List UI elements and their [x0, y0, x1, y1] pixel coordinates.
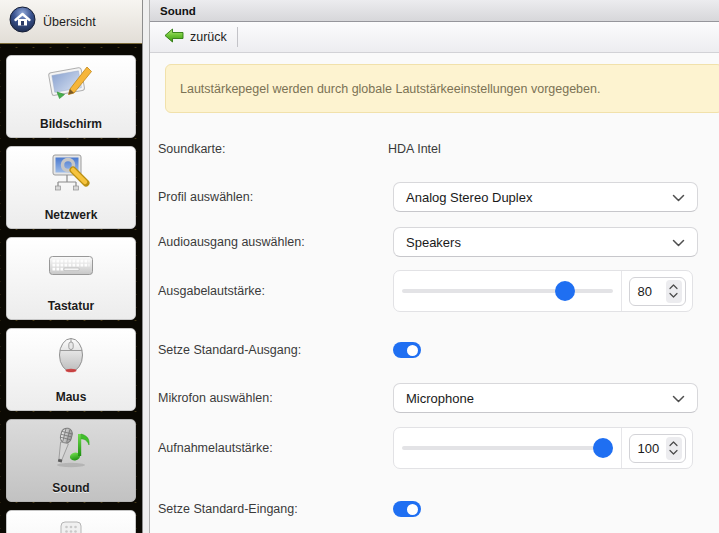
toolbar: zurück [150, 22, 719, 53]
back-button[interactable]: zurück [158, 25, 233, 49]
sidebar-item-label: Sound [52, 481, 89, 495]
output-device-dropdown[interactable]: Speakers [393, 227, 698, 257]
slider-thumb[interactable] [593, 438, 613, 458]
sound-panel: Sound zurück Lautstärkepegel werden durc… [150, 0, 719, 533]
sidebar-menu: Bildschirm [0, 44, 142, 533]
input-volume-value: 100 [638, 441, 660, 456]
profile-label: Profil auswählen: [158, 190, 393, 204]
back-arrow-icon [164, 28, 184, 46]
default-input-label: Setze Standard-Eingang: [158, 502, 393, 516]
output-volume-stepper[interactable] [666, 280, 682, 303]
slider-track[interactable] [402, 289, 613, 293]
slider-thumb[interactable] [555, 281, 575, 301]
sidebar-divider [142, 0, 150, 533]
microphone-dropdown[interactable]: Microphone [393, 383, 698, 413]
soundcard-label: Soundkarte: [158, 142, 393, 156]
output-volume-control: 80 [393, 270, 693, 312]
row-input-volume: Aufnahmelautstärke: 100 [158, 427, 719, 469]
toolbar-separator [237, 27, 238, 47]
chevron-down-icon [672, 235, 685, 250]
output-volume-slider[interactable] [394, 271, 622, 311]
notice-banner: Lautstärkepegel werden durch globale Lau… [165, 64, 719, 113]
row-soundcard: Soundkarte: HDA Intel [158, 140, 719, 158]
input-volume-stepper[interactable] [666, 437, 682, 460]
default-input-toggle[interactable] [393, 501, 421, 517]
sidebar-item-label: Netzwerk [45, 208, 98, 222]
soundcard-value: HDA Intel [388, 142, 441, 156]
chevron-up-icon [669, 284, 678, 290]
sidebar-item-label: Tastatur [48, 299, 94, 313]
keyboard-icon [46, 243, 96, 293]
slider-track[interactable] [402, 446, 613, 450]
sidebar-item-tastatur[interactable]: Tastatur [6, 237, 136, 320]
input-volume-label: Aufnahmelautstärke: [158, 441, 393, 455]
default-output-label: Setze Standard-Ausgang: [158, 343, 393, 357]
sidebar-item-sound[interactable]: Sound [6, 419, 136, 502]
chevron-down-icon [672, 391, 685, 406]
chevron-down-icon [669, 449, 678, 455]
panel-title-bar: Sound [150, 0, 719, 22]
page-title: Sound [160, 5, 196, 17]
output-volume-spinbox[interactable]: 80 [629, 277, 686, 306]
sidebar-item-maus[interactable]: Maus [6, 328, 136, 411]
output-device-label: Audioausgang auswählen: [158, 235, 393, 249]
toggle-knob [407, 504, 418, 515]
input-volume-spin-zone: 100 [622, 428, 692, 468]
chevron-up-icon [669, 441, 678, 447]
microphone-dropdown-value: Microphone [406, 391, 474, 406]
network-icon [46, 152, 96, 202]
notice-text: Lautstärkepegel werden durch globale Lau… [180, 82, 600, 96]
sidebar-item-bildschirm[interactable]: Bildschirm [6, 55, 136, 138]
chevron-down-icon [669, 292, 678, 298]
sidebar-item-label: Bildschirm [40, 117, 102, 131]
toggle-knob [407, 345, 418, 356]
settings-window: Übersicht [0, 0, 719, 533]
input-volume-control: 100 [393, 427, 693, 469]
overview-button[interactable]: Übersicht [0, 0, 142, 44]
home-icon [9, 6, 36, 37]
microphone-label: Mikrofon auswählen: [158, 391, 393, 405]
sidebar-item-netzwerk[interactable]: Netzwerk [6, 146, 136, 229]
profile-dropdown-value: Analog Stereo Duplex [406, 190, 532, 205]
default-output-toggle[interactable] [393, 342, 421, 358]
row-microphone: Mikrofon auswählen: Microphone [158, 383, 719, 413]
input-volume-slider[interactable] [394, 428, 622, 468]
row-output-device: Audioausgang auswählen: Speakers [158, 227, 719, 257]
sound-icon [46, 425, 96, 475]
input-volume-spinbox[interactable]: 100 [629, 434, 686, 463]
sidebar: Übersicht [0, 0, 142, 533]
output-device-dropdown-value: Speakers [406, 235, 461, 250]
sidebar-item-partial[interactable] [6, 510, 136, 533]
output-volume-value: 80 [638, 284, 652, 299]
output-volume-spin-zone: 80 [622, 271, 692, 311]
panel-content: Lautstärkepegel werden durch globale Lau… [150, 53, 719, 533]
row-output-volume: Ausgabelautstärke: 80 [158, 270, 719, 312]
row-default-input: Setze Standard-Eingang: [158, 500, 719, 518]
chevron-down-icon [672, 190, 685, 205]
profile-dropdown[interactable]: Analog Stereo Duplex [393, 182, 698, 212]
back-button-label: zurück [190, 30, 227, 44]
sidebar-item-label: Maus [56, 390, 87, 404]
row-profile: Profil auswählen: Analog Stereo Duplex [158, 182, 719, 212]
display-icon [46, 61, 96, 111]
row-default-output: Setze Standard-Ausgang: [158, 341, 719, 359]
remote-icon [46, 516, 96, 533]
output-volume-label: Ausgabelautstärke: [158, 284, 393, 298]
overview-label: Übersicht [43, 15, 96, 29]
mouse-icon [46, 334, 96, 384]
